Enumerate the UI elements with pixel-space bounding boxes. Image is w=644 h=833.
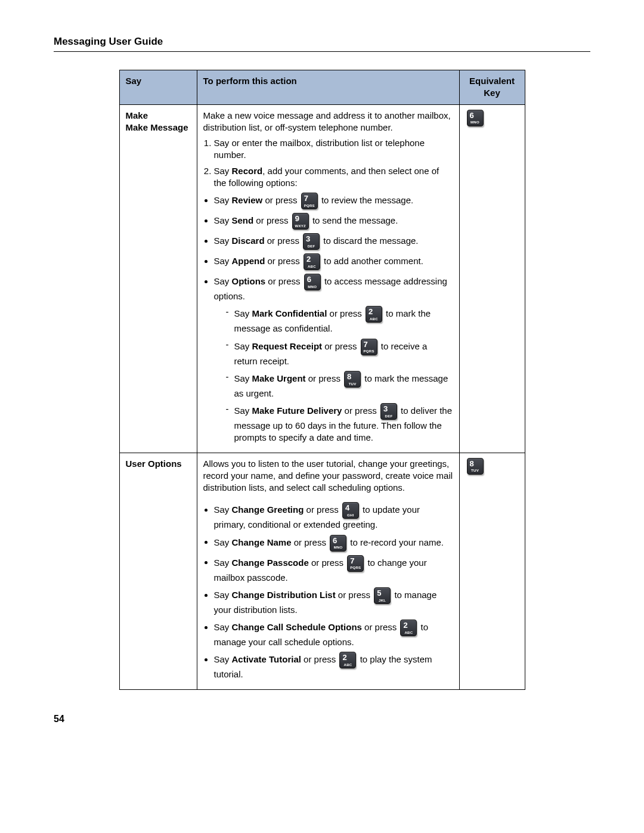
col-header-say: Say [119, 70, 197, 105]
list-item: Say Change Call Schedule Options or pres… [214, 620, 453, 648]
text: Say [214, 215, 232, 225]
list-item: Say Change Name or press 6MNO to re-reco… [214, 535, 453, 552]
list-item: Say Append or press 2ABC to add another … [214, 253, 453, 270]
list-item: Say Review or press 7PQRS to review the … [214, 193, 453, 209]
text: Activate Tutorial [232, 654, 301, 664]
text: Say [214, 504, 232, 515]
list-item: Say Change Distribution List or press 5J… [214, 587, 453, 616]
text: Send [232, 215, 254, 225]
text: Say [234, 405, 252, 416]
text: Change Distribution List [232, 590, 336, 600]
list-item: Say Make Future Delivery or press 3DEF t… [226, 403, 453, 444]
text: Say [214, 590, 232, 600]
keypad-key-icon: 7PQRS [347, 555, 364, 572]
text: Mark Confidential [252, 308, 327, 318]
step: Say Record, add your comments, and then … [214, 165, 453, 190]
text: or press [304, 504, 341, 515]
action-intro: Allows you to listen to the user tutoria… [203, 458, 453, 494]
text: or press [362, 622, 400, 632]
keypad-key-icon: 3DEF [380, 403, 397, 420]
list-item: Say Change Greeting or press 4GHI to upd… [214, 502, 453, 531]
text: Record [232, 166, 263, 176]
text: or press [253, 215, 291, 225]
keypad-key-icon: 7PQRS [361, 339, 377, 355]
text: Make Urgent [252, 373, 306, 383]
text: Change Call Schedule Options [232, 622, 362, 632]
list-item: Say Request Receipt or press 7PQRS to re… [226, 339, 453, 367]
text: Say [234, 340, 252, 351]
text: Say [214, 195, 232, 205]
table-row: Make Make Message Make a new voice messa… [119, 104, 525, 453]
page-title: Messaging User Guide [54, 36, 590, 52]
cell-say: Make Make Message [119, 104, 197, 453]
keypad-key-icon: 2ABC [339, 652, 356, 668]
text: or press [327, 308, 364, 318]
text: to review the message. [319, 195, 413, 205]
keypad-key-icon: 8TUV [344, 371, 361, 388]
say-command: Make Message [126, 122, 191, 134]
list-item: Say Send or press 9WXYZ to send the mess… [214, 213, 453, 230]
text: Change Passcode [232, 557, 309, 567]
cell-action: Make a new voice message and address it … [197, 104, 459, 453]
text: Say [234, 308, 252, 318]
text: to re-record your name. [348, 537, 444, 547]
text: or press [265, 256, 302, 266]
text: to add another comment. [321, 256, 423, 266]
list-item: Say Make Urgent or press 8TUV to mark th… [226, 371, 453, 400]
text: Say [214, 236, 232, 246]
text: to send the message. [310, 215, 398, 225]
text: Change Name [232, 537, 292, 547]
keypad-key-icon: 2ABC [400, 620, 417, 636]
text: or press [265, 236, 302, 246]
text: or press [336, 590, 373, 600]
text: Say [214, 557, 232, 567]
text: Say [214, 654, 232, 664]
say-command: Make [126, 110, 191, 122]
col-header-action: To perform this action [197, 70, 459, 105]
text: Review [232, 195, 263, 205]
text: Request Receipt [252, 340, 323, 351]
text: Say [214, 622, 232, 632]
text: Say [214, 256, 232, 266]
list-item: Say Mark Confidential or press 2ABC to m… [226, 306, 453, 335]
text: or press [322, 340, 360, 351]
keypad-key-icon: 8TUV [467, 458, 484, 475]
keypad-key-icon: 2ABC [304, 253, 320, 270]
keypad-key-icon: 7PQRS [301, 193, 318, 209]
keypad-key-icon: 2ABC [366, 306, 382, 323]
cell-action: Allows you to listen to the user tutoria… [197, 453, 459, 689]
keypad-key-icon: 3DEF [303, 233, 320, 250]
text: Say [214, 276, 232, 286]
text: Append [232, 256, 265, 266]
list-item: Say Discard or press 3DEF to discard the… [214, 233, 453, 250]
text: or press [309, 557, 346, 567]
text: or press [262, 195, 300, 205]
keypad-key-icon: 5JKL [374, 587, 391, 604]
keypad-key-icon: 9WXYZ [292, 213, 309, 230]
keypad-key-icon: 6MNO [304, 274, 321, 290]
keypad-key-icon: 6MNO [467, 110, 484, 126]
list-item: Say Change Passcode or press 7PQRS to ch… [214, 555, 453, 584]
text: Discard [232, 236, 265, 246]
cell-equivalent-key: 6MNO [459, 104, 525, 453]
text: or press [342, 405, 379, 416]
col-header-key: Equivalent Key [459, 70, 525, 105]
text: to discard the message. [321, 236, 418, 246]
action-intro: Make a new voice message and address it … [203, 110, 453, 134]
text: Say [234, 373, 252, 383]
list-item: Say Options or press 6MNO to access mess… [214, 274, 453, 444]
text: Say [214, 166, 232, 176]
text: or press [306, 373, 343, 383]
text: Make Future Delivery [252, 405, 342, 416]
table-row: User Options Allows you to listen to the… [119, 453, 525, 689]
text: or press [292, 537, 329, 547]
text: Say [214, 537, 232, 547]
cell-equivalent-key: 8TUV [459, 453, 525, 689]
step: Say or enter the mailbox, distribution l… [214, 137, 453, 162]
page-number: 54 [54, 714, 590, 724]
keypad-key-icon: 6MNO [330, 535, 346, 552]
text: or press [265, 276, 303, 286]
keypad-key-icon: 4GHI [342, 502, 359, 519]
text: or press [301, 654, 339, 664]
cell-say: User Options [119, 453, 197, 689]
